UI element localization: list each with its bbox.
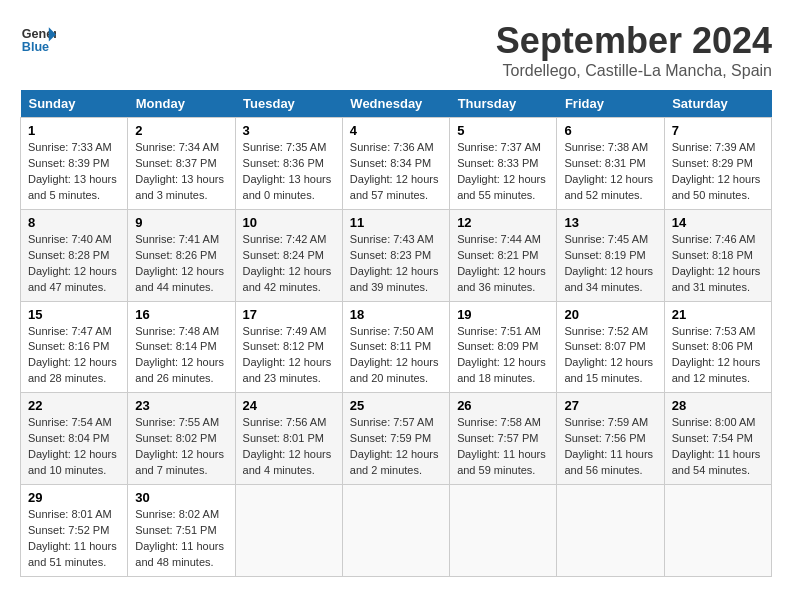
day-info: Sunrise: 8:01 AMSunset: 7:52 PMDaylight:… <box>28 507 120 571</box>
header-tuesday: Tuesday <box>235 90 342 118</box>
day-info: Sunrise: 7:44 AMSunset: 8:21 PMDaylight:… <box>457 232 549 296</box>
day-number: 3 <box>243 123 335 138</box>
day-number: 30 <box>135 490 227 505</box>
table-row: 26Sunrise: 7:58 AMSunset: 7:57 PMDayligh… <box>450 393 557 485</box>
day-info: Sunrise: 7:54 AMSunset: 8:04 PMDaylight:… <box>28 415 120 479</box>
day-info: Sunrise: 7:52 AMSunset: 8:07 PMDaylight:… <box>564 324 656 388</box>
table-row: 5Sunrise: 7:37 AMSunset: 8:33 PMDaylight… <box>450 118 557 210</box>
day-info: Sunrise: 7:59 AMSunset: 7:56 PMDaylight:… <box>564 415 656 479</box>
day-number: 26 <box>457 398 549 413</box>
table-row: 20Sunrise: 7:52 AMSunset: 8:07 PMDayligh… <box>557 301 664 393</box>
title-block: September 2024 Tordellego, Castille-La M… <box>496 20 772 80</box>
day-info: Sunrise: 7:37 AMSunset: 8:33 PMDaylight:… <box>457 140 549 204</box>
table-row: 10Sunrise: 7:42 AMSunset: 8:24 PMDayligh… <box>235 209 342 301</box>
day-info: Sunrise: 7:35 AMSunset: 8:36 PMDaylight:… <box>243 140 335 204</box>
day-number: 7 <box>672 123 764 138</box>
table-row: 4Sunrise: 7:36 AMSunset: 8:34 PMDaylight… <box>342 118 449 210</box>
header-friday: Friday <box>557 90 664 118</box>
header-monday: Monday <box>128 90 235 118</box>
day-number: 25 <box>350 398 442 413</box>
header-thursday: Thursday <box>450 90 557 118</box>
day-info: Sunrise: 7:39 AMSunset: 8:29 PMDaylight:… <box>672 140 764 204</box>
calendar-table: Sunday Monday Tuesday Wednesday Thursday… <box>20 90 772 577</box>
table-row <box>664 485 771 577</box>
day-number: 6 <box>564 123 656 138</box>
day-info: Sunrise: 7:40 AMSunset: 8:28 PMDaylight:… <box>28 232 120 296</box>
table-row: 25Sunrise: 7:57 AMSunset: 7:59 PMDayligh… <box>342 393 449 485</box>
day-number: 13 <box>564 215 656 230</box>
day-info: Sunrise: 7:56 AMSunset: 8:01 PMDaylight:… <box>243 415 335 479</box>
day-info: Sunrise: 7:46 AMSunset: 8:18 PMDaylight:… <box>672 232 764 296</box>
day-number: 8 <box>28 215 120 230</box>
header-saturday: Saturday <box>664 90 771 118</box>
table-row: 29Sunrise: 8:01 AMSunset: 7:52 PMDayligh… <box>21 485 128 577</box>
day-info: Sunrise: 7:45 AMSunset: 8:19 PMDaylight:… <box>564 232 656 296</box>
table-row: 9Sunrise: 7:41 AMSunset: 8:26 PMDaylight… <box>128 209 235 301</box>
table-row: 27Sunrise: 7:59 AMSunset: 7:56 PMDayligh… <box>557 393 664 485</box>
table-row: 3Sunrise: 7:35 AMSunset: 8:36 PMDaylight… <box>235 118 342 210</box>
calendar-week-row: 1Sunrise: 7:33 AMSunset: 8:39 PMDaylight… <box>21 118 772 210</box>
table-row: 1Sunrise: 7:33 AMSunset: 8:39 PMDaylight… <box>21 118 128 210</box>
day-info: Sunrise: 7:38 AMSunset: 8:31 PMDaylight:… <box>564 140 656 204</box>
day-info: Sunrise: 7:48 AMSunset: 8:14 PMDaylight:… <box>135 324 227 388</box>
table-row: 7Sunrise: 7:39 AMSunset: 8:29 PMDaylight… <box>664 118 771 210</box>
day-info: Sunrise: 7:55 AMSunset: 8:02 PMDaylight:… <box>135 415 227 479</box>
table-row: 6Sunrise: 7:38 AMSunset: 8:31 PMDaylight… <box>557 118 664 210</box>
table-row: 28Sunrise: 8:00 AMSunset: 7:54 PMDayligh… <box>664 393 771 485</box>
calendar-week-row: 8Sunrise: 7:40 AMSunset: 8:28 PMDaylight… <box>21 209 772 301</box>
day-number: 22 <box>28 398 120 413</box>
table-row: 19Sunrise: 7:51 AMSunset: 8:09 PMDayligh… <box>450 301 557 393</box>
header-sunday: Sunday <box>21 90 128 118</box>
svg-text:Blue: Blue <box>22 40 49 54</box>
calendar-title: September 2024 <box>496 20 772 62</box>
day-number: 12 <box>457 215 549 230</box>
table-row: 12Sunrise: 7:44 AMSunset: 8:21 PMDayligh… <box>450 209 557 301</box>
table-row: 2Sunrise: 7:34 AMSunset: 8:37 PMDaylight… <box>128 118 235 210</box>
table-row <box>450 485 557 577</box>
logo: General Blue <box>20 20 56 56</box>
logo-icon: General Blue <box>20 20 56 56</box>
day-info: Sunrise: 7:47 AMSunset: 8:16 PMDaylight:… <box>28 324 120 388</box>
day-info: Sunrise: 7:51 AMSunset: 8:09 PMDaylight:… <box>457 324 549 388</box>
day-info: Sunrise: 8:02 AMSunset: 7:51 PMDaylight:… <box>135 507 227 571</box>
table-row: 23Sunrise: 7:55 AMSunset: 8:02 PMDayligh… <box>128 393 235 485</box>
day-info: Sunrise: 7:49 AMSunset: 8:12 PMDaylight:… <box>243 324 335 388</box>
day-number: 17 <box>243 307 335 322</box>
day-number: 16 <box>135 307 227 322</box>
day-number: 23 <box>135 398 227 413</box>
calendar-subtitle: Tordellego, Castille-La Mancha, Spain <box>496 62 772 80</box>
day-number: 27 <box>564 398 656 413</box>
page-header: General Blue September 2024 Tordellego, … <box>20 20 772 80</box>
calendar-week-row: 15Sunrise: 7:47 AMSunset: 8:16 PMDayligh… <box>21 301 772 393</box>
table-row: 24Sunrise: 7:56 AMSunset: 8:01 PMDayligh… <box>235 393 342 485</box>
calendar-week-row: 29Sunrise: 8:01 AMSunset: 7:52 PMDayligh… <box>21 485 772 577</box>
calendar-week-row: 22Sunrise: 7:54 AMSunset: 8:04 PMDayligh… <box>21 393 772 485</box>
day-info: Sunrise: 7:57 AMSunset: 7:59 PMDaylight:… <box>350 415 442 479</box>
day-info: Sunrise: 7:50 AMSunset: 8:11 PMDaylight:… <box>350 324 442 388</box>
table-row: 11Sunrise: 7:43 AMSunset: 8:23 PMDayligh… <box>342 209 449 301</box>
day-info: Sunrise: 7:33 AMSunset: 8:39 PMDaylight:… <box>28 140 120 204</box>
day-number: 29 <box>28 490 120 505</box>
table-row <box>557 485 664 577</box>
day-number: 4 <box>350 123 442 138</box>
table-row: 17Sunrise: 7:49 AMSunset: 8:12 PMDayligh… <box>235 301 342 393</box>
day-info: Sunrise: 7:36 AMSunset: 8:34 PMDaylight:… <box>350 140 442 204</box>
day-number: 19 <box>457 307 549 322</box>
table-row: 8Sunrise: 7:40 AMSunset: 8:28 PMDaylight… <box>21 209 128 301</box>
day-number: 9 <box>135 215 227 230</box>
day-info: Sunrise: 7:42 AMSunset: 8:24 PMDaylight:… <box>243 232 335 296</box>
header-wednesday: Wednesday <box>342 90 449 118</box>
day-number: 20 <box>564 307 656 322</box>
day-number: 1 <box>28 123 120 138</box>
table-row: 22Sunrise: 7:54 AMSunset: 8:04 PMDayligh… <box>21 393 128 485</box>
day-number: 24 <box>243 398 335 413</box>
day-info: Sunrise: 7:43 AMSunset: 8:23 PMDaylight:… <box>350 232 442 296</box>
table-row: 14Sunrise: 7:46 AMSunset: 8:18 PMDayligh… <box>664 209 771 301</box>
table-row: 21Sunrise: 7:53 AMSunset: 8:06 PMDayligh… <box>664 301 771 393</box>
day-number: 21 <box>672 307 764 322</box>
table-row: 16Sunrise: 7:48 AMSunset: 8:14 PMDayligh… <box>128 301 235 393</box>
day-number: 28 <box>672 398 764 413</box>
day-number: 5 <box>457 123 549 138</box>
day-info: Sunrise: 7:34 AMSunset: 8:37 PMDaylight:… <box>135 140 227 204</box>
table-row: 30Sunrise: 8:02 AMSunset: 7:51 PMDayligh… <box>128 485 235 577</box>
